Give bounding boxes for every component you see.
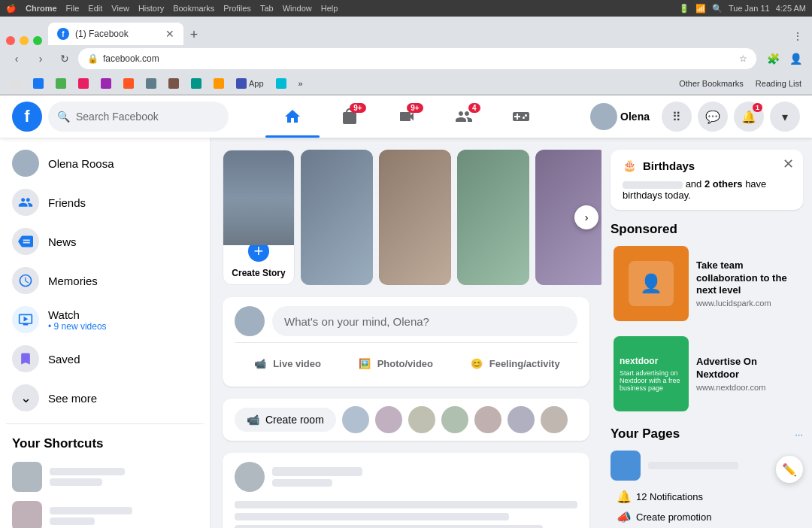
bookmark-4[interactable] xyxy=(74,77,93,90)
ad-1[interactable]: 👤 Take team collaboration to the next le… xyxy=(611,243,803,324)
sidebar-user-profile[interactable]: Olena Roosa xyxy=(6,144,204,183)
forward-button[interactable]: › xyxy=(30,48,51,69)
notification-count: 1 xyxy=(753,103,762,112)
reading-list[interactable]: Reading List xyxy=(751,77,806,90)
search-placeholder: Search Facebook xyxy=(76,111,159,123)
edit-menu[interactable]: Edit xyxy=(88,4,102,13)
fb-main: Olena Roosa Friends News Memories xyxy=(0,138,812,528)
maximize-window-btn[interactable] xyxy=(33,36,42,45)
ad-2-text: Start advertising on Nextdoor with a fre… xyxy=(620,369,683,392)
bm-icon-6 xyxy=(123,78,134,89)
bookmark-app[interactable]: App xyxy=(232,77,268,90)
birthday-close-btn[interactable]: ✕ xyxy=(783,156,794,172)
history-menu[interactable]: History xyxy=(138,4,164,13)
page-item-1[interactable] xyxy=(611,448,803,484)
sidebar-item-friends[interactable]: Friends xyxy=(6,183,204,222)
chrome-menu[interactable]: Chrome xyxy=(26,4,57,13)
story-3[interactable] xyxy=(457,150,529,285)
file-menu[interactable]: File xyxy=(66,4,80,13)
story-gradient xyxy=(223,198,294,245)
bookmark-9[interactable] xyxy=(186,77,206,90)
create-room-button[interactable]: 📹 Create room xyxy=(235,408,336,432)
live-video-action[interactable]: 📹 Live video xyxy=(243,349,330,378)
nav-tab-home[interactable] xyxy=(265,99,320,135)
stories-nav-btn[interactable]: › xyxy=(574,205,598,229)
sidebar-item-memories[interactable]: Memories xyxy=(6,261,204,300)
chrome-expand-btn[interactable]: ⋮ xyxy=(789,27,806,45)
sponsored-title: Sponsored xyxy=(611,222,803,237)
bookmark-1[interactable] xyxy=(6,77,26,90)
tab-close-btn[interactable]: ✕ xyxy=(165,28,174,40)
profiles-menu[interactable]: Profiles xyxy=(223,4,251,13)
sidebar-item-saved[interactable]: Saved xyxy=(6,339,204,378)
story-2[interactable] xyxy=(379,150,451,285)
help-menu[interactable]: Help xyxy=(321,4,338,13)
messenger-btn[interactable]: 💬 xyxy=(698,102,728,132)
bookmark-5[interactable] xyxy=(96,77,116,90)
sidebar-item-see-more[interactable]: ⌄ See more xyxy=(6,378,204,417)
bookmark-star-icon[interactable]: ☆ xyxy=(739,53,747,64)
shortcut-2[interactable] xyxy=(6,496,204,528)
nav-tabs: 9+ 9+ 4 xyxy=(235,99,578,135)
bookmark-6[interactable] xyxy=(119,77,138,90)
create-story-btn-area: + Create Story xyxy=(229,245,288,284)
user-profile-btn[interactable]: Olena xyxy=(584,100,656,133)
reading-list-label: Reading List xyxy=(756,79,801,88)
bm-icon-1 xyxy=(11,78,21,89)
story-1[interactable] xyxy=(301,150,373,285)
window-controls xyxy=(6,36,42,45)
bookmarks-menu[interactable]: Bookmarks xyxy=(173,4,214,13)
ad-2[interactable]: nextdoor Start advertising on Nextdoor w… xyxy=(611,333,803,414)
notifications-btn[interactable]: 🔔 1 xyxy=(734,102,764,132)
nav-tab-gaming[interactable] xyxy=(494,99,548,135)
close-window-btn[interactable] xyxy=(6,36,15,45)
sidebar-item-watch[interactable]: Watch • 9 new videos xyxy=(6,300,204,339)
page-promote-row[interactable]: 📣 Create promotion xyxy=(611,507,803,527)
tab-menu[interactable]: Tab xyxy=(260,4,274,13)
bookmark-more[interactable]: » xyxy=(294,77,308,90)
extension-btn[interactable]: 🧩 xyxy=(762,48,783,69)
shortcut-1[interactable] xyxy=(6,457,204,496)
feeling-action[interactable]: 😊 Feeling/activity xyxy=(459,349,569,378)
shortcut-thumb-2 xyxy=(12,501,42,528)
bookmark-7[interactable] xyxy=(141,77,161,90)
new-tab-button[interactable]: + xyxy=(183,24,205,45)
apps-grid-btn[interactable]: ⠿ xyxy=(662,102,692,132)
search-icon[interactable]: 🔍 xyxy=(712,4,723,14)
back-button[interactable]: ‹ xyxy=(6,48,27,69)
view-menu[interactable]: View xyxy=(111,4,129,13)
bookmark-2[interactable] xyxy=(29,77,48,90)
bookmark-10[interactable] xyxy=(209,77,229,90)
bookmark-8[interactable] xyxy=(164,77,183,90)
profile-btn[interactable]: 👤 xyxy=(785,48,806,69)
sidebar-item-news[interactable]: News xyxy=(6,222,204,261)
page-notifications-row[interactable]: 🔔 12 Notifications xyxy=(611,487,803,507)
page-promote-text: Create promotion xyxy=(636,511,711,523)
composer-user-avatar xyxy=(235,306,265,336)
ad-2-image: nextdoor Start advertising on Nextdoor w… xyxy=(614,336,689,411)
other-bookmarks[interactable]: Other Bookmarks xyxy=(674,77,748,90)
lock-icon: 🔒 xyxy=(87,53,98,64)
url-bar[interactable]: 🔒 facebook.com ☆ xyxy=(78,48,756,69)
facebook-logo[interactable]: f xyxy=(12,102,42,132)
bookmarks-bar: App » Other Bookmarks Reading List xyxy=(0,72,812,95)
search-bar[interactable]: 🔍 Search Facebook xyxy=(48,102,229,132)
reload-button[interactable]: ↻ xyxy=(54,48,75,69)
pages-more-btn[interactable]: ··· xyxy=(795,429,803,440)
window-menu[interactable]: Window xyxy=(283,4,312,13)
bookmark-3[interactable] xyxy=(51,77,71,90)
birthday-text: and 2 others have birthdays today. xyxy=(623,178,791,201)
composer-input[interactable]: What's on your mind, Olena? xyxy=(272,306,577,336)
settings-dropdown-btn[interactable]: ▾ xyxy=(770,102,800,132)
nav-tab-marketplace[interactable]: 9+ xyxy=(323,99,377,135)
minimize-window-btn[interactable] xyxy=(20,36,29,45)
floating-edit-btn[interactable]: ✏️ xyxy=(776,456,803,483)
apple-logo[interactable]: 🍎 xyxy=(6,4,17,14)
nav-tab-video[interactable]: 9+ xyxy=(380,99,434,135)
bookmark-11[interactable] xyxy=(271,77,291,90)
create-story-card[interactable]: + Create Story xyxy=(223,150,295,285)
post-user-info-1 xyxy=(272,467,577,487)
photo-video-action[interactable]: 🖼️ Photo/video xyxy=(347,349,442,378)
nav-tab-groups[interactable]: 4 xyxy=(437,99,491,135)
facebook-tab[interactable]: f (1) Facebook ✕ xyxy=(48,23,183,45)
